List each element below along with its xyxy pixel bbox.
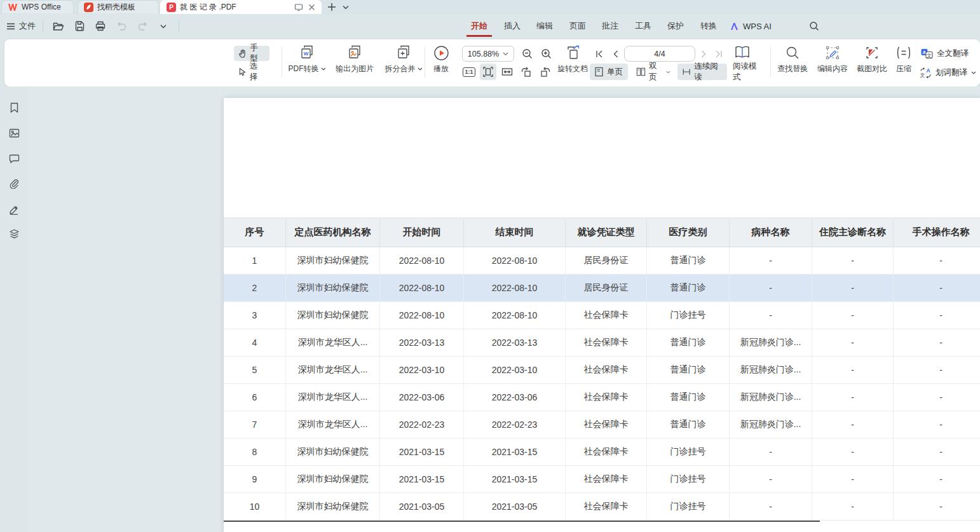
fit-page-button[interactable] [480,64,496,80]
tab-list-chevron-icon[interactable] [339,1,352,13]
zoom-level-select[interactable]: 105.88% [462,46,514,62]
first-page-button[interactable] [592,47,606,61]
document-viewport[interactable]: 序号定点医药机构名称开始时间结束时间就诊凭证类型医疗类别病种名称住院主诊断名称手… [28,86,980,532]
select-tool-button[interactable]: 选择 [234,64,269,79]
table-row[interactable]: 7深圳市龙华区人...2022-02-232022-02-23社会保障卡普通门诊… [224,411,980,439]
next-page-button[interactable] [697,47,711,61]
hand-tool-button[interactable]: 手型 [234,46,269,61]
actual-size-button[interactable]: 1:1 [461,64,477,80]
edit-content-button[interactable]: 编辑内容 [813,43,852,83]
thumbnails-panel-button[interactable] [6,125,22,140]
rotate-right-button[interactable] [537,64,554,80]
quickbar-chevron-icon[interactable] [155,18,172,34]
menu-item-annotate[interactable]: 批注 [602,14,618,38]
table-cell: 社会保障卡 [566,466,647,493]
menu-item-edit[interactable]: 编辑 [536,14,553,38]
tab-document-active[interactable]: P 就 医 记 录 .PDF [160,0,322,14]
table-cell: 深圳市妇幼保健院 [286,439,380,466]
table-cell: - [812,357,894,384]
find-replace-button[interactable]: 查找替换 [773,43,812,83]
fit-width-icon [501,66,513,78]
menu-item-home[interactable]: 开始 [471,14,487,38]
fit-width-button[interactable] [499,64,515,80]
zoom-in-button[interactable] [538,46,555,62]
read-mode-book-icon[interactable] [733,43,752,61]
table-row[interactable]: 10深圳市妇幼保健院2021-03-052021-03-05社会保障卡门诊挂号-… [224,493,980,521]
bookmarks-panel-button[interactable] [6,100,22,115]
page-number-input[interactable]: 4/4 [624,46,695,62]
table-cell: 深圳市龙华区人... [286,357,380,384]
column-header: 就诊凭证类型 [566,218,647,247]
save-button[interactable] [71,18,88,34]
attachments-panel-button[interactable] [6,176,22,191]
last-page-button[interactable] [712,47,726,61]
compress-button[interactable]: 压缩 [889,43,918,83]
table-row[interactable]: 6深圳市龙华区人...2022-03-062022-03-06社会保障卡普通门诊… [224,384,980,411]
svg-text:文: 文 [920,72,925,78]
read-mode-label: 阅读模式 [733,61,761,83]
rotate-left-button[interactable] [518,64,534,80]
table-row[interactable]: 2深圳市妇幼保健院2022-08-102022-08-10居民身份证普通门诊--… [224,275,980,302]
menu-item-insert[interactable]: 插入 [504,14,521,38]
word-translate-button[interactable]: A 文 划词翻译 [920,65,976,80]
table-cell: - [894,384,980,411]
comments-panel-button[interactable] [6,151,22,166]
table-cell: - [894,466,980,493]
menu-item-protect[interactable]: 保护 [667,14,684,38]
pdf-convert-button[interactable]: W PDF转换 [284,43,330,83]
play-button[interactable]: 播放 [427,43,455,83]
read-mode-button[interactable]: 阅读模式 [728,64,765,80]
divider [179,20,179,32]
menu-item-wps-ai[interactable]: WPS AI [730,14,772,38]
export-as-image-button[interactable]: 输出为图片 [330,43,379,83]
tab-docer-templates[interactable]: 找稻壳模板 [78,0,159,13]
signature-panel-button[interactable] [6,201,22,217]
table-cell: 2 [224,275,286,302]
continuous-reading-button[interactable]: 连续阅读 [677,64,727,80]
single-page-label: 单页 [607,67,623,78]
single-page-button[interactable]: 单页 [590,64,628,80]
file-menu-button[interactable]: 文件 [6,20,36,32]
column-header: 医疗类别 [647,218,730,247]
table-cell: 2021-03-05 [380,493,464,521]
table-cell: - [894,247,980,275]
double-page-button[interactable]: 双页 [632,64,675,80]
divider [43,20,43,32]
menu-item-page[interactable]: 页面 [569,14,586,38]
menu-search-icon[interactable] [806,18,822,34]
page-indicator: 4/4 [654,50,665,58]
pdf-convert-icon: W [299,44,315,61]
rotate-document-button[interactable]: 旋转文档 [554,43,592,83]
zoom-out-button[interactable] [519,46,536,62]
menu-item-convert[interactable]: 转换 [700,14,717,38]
table-row[interactable]: 5深圳市龙华区人...2022-03-102022-03-10社会保障卡普通门诊… [224,357,980,384]
chevron-down-icon [666,71,670,74]
tab-monitor-icon[interactable] [294,3,303,11]
full-text-translate-button[interactable]: A 文 全文翻译 [921,46,969,61]
layers-panel-button[interactable] [6,226,22,242]
open-file-button[interactable] [50,18,67,34]
tab-wps-office[interactable]: WPS Office [1,0,74,13]
image-icon [9,128,20,138]
table-row[interactable]: 8深圳市妇幼保健院2021-03-152021-03-15社会保障卡门诊挂号--… [224,439,980,466]
previous-page-button[interactable] [609,47,623,61]
new-tab-button[interactable] [325,1,338,13]
table-row[interactable]: 1深圳市妇幼保健院2022-08-102022-08-10居民身份证普通门诊--… [224,247,980,275]
table-row[interactable]: 4深圳市龙华区人...2022-03-132022-03-13社会保障卡普通门诊… [224,329,980,357]
table-cell: - [812,466,894,493]
screenshot-compare-button[interactable]: 截图对比 [852,43,892,83]
tab-close-icon[interactable] [308,4,315,11]
menu-item-tools[interactable]: 工具 [635,14,651,38]
table-cell: 2022-08-10 [380,275,464,302]
print-button[interactable] [92,18,109,34]
full-translate-label: 全文翻译 [937,48,969,59]
column-header: 定点医药机构名称 [286,218,380,247]
table-cell: 普通门诊 [647,329,730,357]
redo-button[interactable] [134,18,151,34]
split-merge-button[interactable]: 拆分合并 [379,43,428,83]
table-cell: 1 [224,247,286,275]
table-cell: 2021-03-15 [380,439,464,466]
undo-button[interactable] [113,18,130,34]
table-row[interactable]: 9深圳市妇幼保健院2021-03-152021-03-15社会保障卡门诊挂号--… [224,466,980,493]
table-row[interactable]: 3深圳市妇幼保健院2022-08-102022-08-10社会保障卡门诊挂号--… [224,302,980,329]
